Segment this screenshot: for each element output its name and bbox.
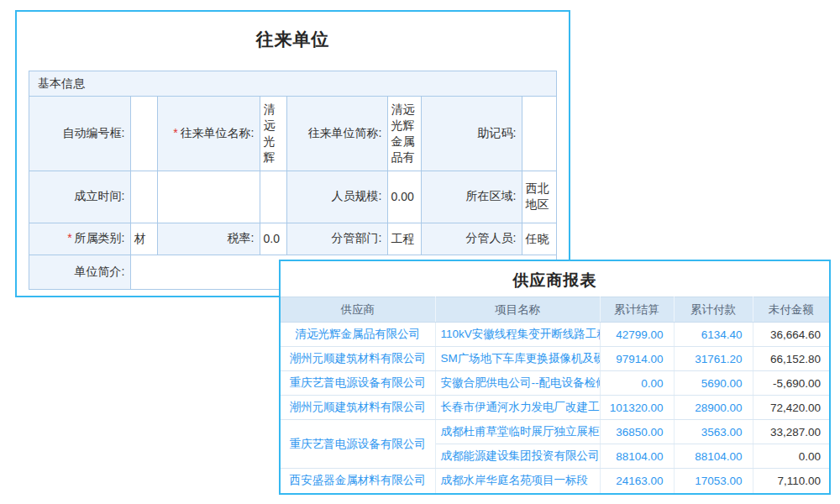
table-row: 潮州元顺建筑材料有限公司 SM广场地下车库更换摄像机及硬盘 97914.00 3…	[281, 347, 829, 371]
table-row: 潮州元顺建筑材料有限公司 长春市伊通河水力发电厂改建工程 101320.00 2…	[281, 396, 829, 420]
field-value-mnemonic-code[interactable]	[522, 97, 556, 171]
table-row: 清远光辉金属品有限公司 110kV安徽线程集变开断线路工程 42799.00 6…	[281, 323, 829, 347]
paid-amount[interactable]: 6134.40	[674, 323, 753, 347]
settled-amount[interactable]: 24163.00	[600, 469, 674, 493]
field-value-personnel-scale[interactable]: 0.00	[387, 171, 421, 223]
paid-amount[interactable]: 5690.00	[674, 371, 753, 396]
field-label-personnel-scale: 人员规模:	[286, 171, 387, 223]
form-row: 成立时间: 人员规模: 0.00 所在区域: 西北地区	[29, 171, 556, 223]
section-header-basic-info: 基本信息	[29, 71, 556, 97]
settled-amount[interactable]: 0.00	[600, 371, 674, 396]
supplier-link[interactable]: 重庆艺普电源设备有限公司	[281, 371, 435, 396]
unpaid-amount: 72,420.00	[753, 396, 829, 420]
project-link[interactable]: 成都能源建设集团投资有限公司	[435, 444, 600, 469]
field-label-person-in-charge: 分管人员:	[421, 223, 522, 255]
partner-form-panel: 往来单位 基本信息 自动编号框: *往来单位名称: 清远光辉 往来单位简称: 清…	[15, 10, 570, 297]
form-row: 自动编号框: *往来单位名称: 清远光辉 往来单位简称: 清远光辉金属品有 助记…	[29, 97, 556, 171]
supplier-link[interactable]: 清远光辉金属品有限公司	[281, 323, 435, 347]
form-row: *所属类别: 材 税率: 0.0 分管部门: 工程 分管人员: 任晓	[29, 223, 556, 255]
table-row: 重庆艺普电源设备有限公司 安徽合肥供电公司--配电设备检修 0.00 5690.…	[281, 371, 829, 396]
field-label-region: 所在区域:	[421, 171, 522, 223]
unpaid-amount: 66,152.80	[753, 347, 829, 371]
empty-cell[interactable]	[157, 171, 260, 223]
unpaid-amount: 33,287.00	[753, 420, 829, 444]
col-header-supplier: 供应商	[281, 297, 435, 323]
unpaid-amount: -5,690.00	[753, 371, 829, 396]
field-label-established-date: 成立时间:	[29, 171, 130, 223]
supplier-link[interactable]: 潮州元顺建筑材料有限公司	[281, 396, 435, 420]
required-asterisk: *	[67, 231, 71, 244]
empty-cell[interactable]	[260, 171, 286, 223]
field-value-department[interactable]: 工程	[387, 223, 421, 255]
settled-amount[interactable]: 36850.00	[600, 420, 674, 444]
field-value-tax-rate[interactable]: 0.0	[260, 223, 286, 255]
col-header-cumulative-settlement: 累计结算	[600, 297, 674, 323]
field-label-partner-short-name: 往来单位简称:	[286, 97, 387, 171]
field-value-established-date[interactable]	[130, 171, 157, 223]
col-header-project-name: 项目名称	[435, 297, 600, 323]
field-label-department: 分管部门:	[286, 223, 387, 255]
settled-amount[interactable]: 88104.00	[600, 444, 674, 469]
paid-amount[interactable]: 88104.00	[674, 444, 753, 469]
field-label-mnemonic-code: 助记码:	[421, 97, 522, 171]
project-link[interactable]: 110kV安徽线程集变开断线路工程	[435, 323, 600, 347]
field-value-partner-name[interactable]: 清远光辉	[260, 97, 286, 171]
report-header-row: 供应商 项目名称 累计结算 累计付款 未付金额	[281, 297, 829, 323]
field-label-company-intro: 单位简介:	[29, 255, 130, 289]
unpaid-amount: 36,664.60	[753, 323, 829, 347]
supplier-link[interactable]: 潮州元顺建筑材料有限公司	[281, 347, 435, 371]
field-value-category[interactable]: 材	[130, 223, 157, 255]
screen: 往来单位 基本信息 自动编号框: *往来单位名称: 清远光辉 往来单位简称: 清…	[0, 0, 840, 504]
field-value-region[interactable]: 西北地区	[522, 171, 556, 223]
form-title: 往来单位	[17, 12, 569, 71]
field-value-person-in-charge[interactable]: 任晓	[522, 223, 556, 255]
paid-amount[interactable]: 28900.00	[674, 396, 753, 420]
col-header-cumulative-payment: 累计付款	[674, 297, 753, 323]
supplier-report-panel: 供应商报表 供应商 项目名称 累计结算 累计付款 未付金额 清远光辉金属品有限公…	[279, 260, 831, 495]
settled-amount[interactable]: 97914.00	[600, 347, 674, 371]
settled-amount[interactable]: 42799.00	[600, 323, 674, 347]
col-header-unpaid-amount: 未付金额	[753, 297, 829, 323]
field-label-auto-number: 自动编号框:	[29, 97, 130, 171]
paid-amount[interactable]: 17053.00	[674, 469, 753, 493]
project-link[interactable]: 成都杜甫草堂临时展厅独立展柜	[435, 420, 600, 444]
table-row: 西安盛器金属材料有限公司 成都水岸华庭名苑项目一标段 24163.00 1705…	[281, 469, 829, 493]
field-label-tax-rate: 税率:	[157, 223, 260, 255]
unpaid-amount: 7,110.00	[753, 469, 829, 493]
project-link[interactable]: 安徽合肥供电公司--配电设备检修	[435, 371, 600, 396]
project-link[interactable]: SM广场地下车库更换摄像机及硬盘	[435, 347, 600, 371]
field-label-partner-name: *往来单位名称:	[157, 97, 260, 171]
table-row: 重庆艺普电源设备有限公司 成都杜甫草堂临时展厅独立展柜 36850.00 356…	[281, 420, 829, 444]
supplier-report-table: 供应商 项目名称 累计结算 累计付款 未付金额 清远光辉金属品有限公司 110k…	[281, 297, 829, 493]
field-value-auto-number[interactable]	[130, 97, 157, 171]
field-value-partner-short-name[interactable]: 清远光辉金属品有	[387, 97, 421, 171]
project-link[interactable]: 长春市伊通河水力发电厂改建工程	[435, 396, 600, 420]
report-title: 供应商报表	[281, 261, 829, 297]
supplier-link-merged[interactable]: 重庆艺普电源设备有限公司	[281, 420, 435, 469]
paid-amount[interactable]: 31761.20	[674, 347, 753, 371]
project-link[interactable]: 成都水岸华庭名苑项目一标段	[435, 469, 600, 493]
paid-amount[interactable]: 3563.00	[674, 420, 753, 444]
unpaid-amount: 0.00	[753, 444, 829, 469]
settled-amount[interactable]: 101320.00	[600, 396, 674, 420]
supplier-link[interactable]: 西安盛器金属材料有限公司	[281, 469, 435, 493]
basic-info-box: 基本信息 自动编号框: *往来单位名称: 清远光辉 往来单位简称: 清远光辉金属…	[29, 71, 557, 290]
required-asterisk: *	[173, 126, 177, 139]
field-label-category: *所属类别:	[29, 223, 130, 255]
